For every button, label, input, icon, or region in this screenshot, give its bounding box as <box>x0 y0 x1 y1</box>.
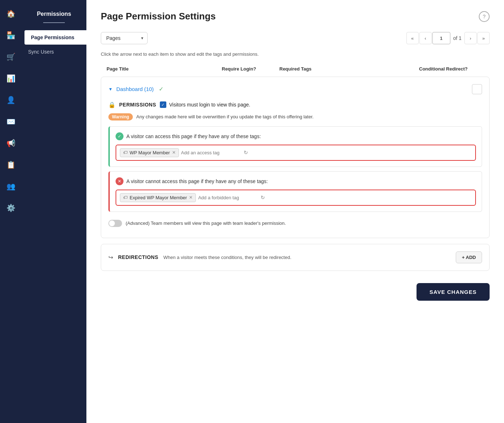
tag-label: WP Mayor Member <box>130 150 170 155</box>
login-checkbox-wrapper: ✓ Visitors must login to view this page. <box>160 101 250 108</box>
icon-bar: 🏠 🏪 🛒 📊 👤 ✉️ 📢 📋 👥 ⚙️ <box>0 0 22 423</box>
access-deny-text: A visitor cannot access this page if the… <box>126 178 268 184</box>
warning-badge: Warning <box>108 113 133 120</box>
login-checkbox[interactable]: ✓ <box>160 101 166 108</box>
dashboard-row: ▼ Dashboard (10) ✓ <box>108 84 482 94</box>
store-icon[interactable]: 🏪 <box>4 29 17 42</box>
tag-icon-expired: 🏷 <box>123 195 127 200</box>
refresh-icon[interactable]: ↻ <box>244 150 248 155</box>
permission-card: ▼ Dashboard (10) ✓ 🔒 PERMISSIONS ✓ Visit… <box>101 77 490 238</box>
sidebar-item-page-permissions[interactable]: Page Permissions <box>24 30 86 45</box>
dropdown-wrapper: Pages Posts Products <box>101 32 148 44</box>
tag-wp-mayor-member: 🏷 WP Mayor Member ✕ <box>120 148 179 157</box>
advanced-text: (Advanced) Team members will view this p… <box>126 220 286 226</box>
page-header: Page Permission Settings ? <box>101 11 490 22</box>
advanced-toggle[interactable] <box>108 220 122 227</box>
col-conditional-redirect: Conditional Redirect? <box>419 66 484 72</box>
col-page-title: Page Title <box>107 66 222 72</box>
access-block-deny: ✕ A visitor cannot access this page if t… <box>108 171 482 212</box>
redirections-section: ↪ REDIRECTIONS When a visitor meets thes… <box>101 244 490 271</box>
home-icon[interactable]: 🏠 <box>4 7 17 20</box>
megaphone-icon[interactable]: 📢 <box>4 137 17 150</box>
save-btn-row: SAVE CHANGES <box>101 279 490 301</box>
tag-label-expired: Expired WP Mayor Member <box>130 195 187 200</box>
add-redirect-button[interactable]: + ADD <box>456 251 482 263</box>
deny-circle-icon: ✕ <box>116 177 123 185</box>
pagination-first[interactable]: « <box>406 32 419 44</box>
save-changes-button[interactable]: SAVE CHANGES <box>417 283 490 301</box>
tag-remove-button[interactable]: ✕ <box>172 150 176 155</box>
help-icon[interactable]: ? <box>479 11 490 22</box>
col-required-tags: Required Tags <box>279 66 419 72</box>
allow-circle-icon: ✓ <box>116 132 123 140</box>
toolbar-row: Pages Posts Products « ‹ of 1 › » <box>101 32 490 44</box>
redirect-icon: ↪ <box>108 254 113 261</box>
group-icon[interactable]: 👥 <box>4 180 17 193</box>
cart-icon[interactable]: 🛒 <box>4 50 17 63</box>
warning-row: Warning Any changes made here will be ov… <box>108 113 482 120</box>
pages-dropdown[interactable]: Pages Posts Products <box>101 32 148 44</box>
forbidden-tag-input[interactable] <box>198 195 258 200</box>
access-block-allow-header: ✓ A visitor can access this page if they… <box>116 132 476 140</box>
redirections-label: REDIRECTIONS <box>118 254 158 260</box>
pagination-current[interactable] <box>432 32 450 44</box>
user-icon[interactable]: 👤 <box>4 94 17 106</box>
chart-icon[interactable]: 📊 <box>4 72 17 85</box>
dashboard-check-icon: ✓ <box>159 86 163 92</box>
table-header: Page Title Require Login? Required Tags … <box>101 64 490 74</box>
main-content: Page Permission Settings ? Pages Posts P… <box>86 0 504 423</box>
col-require-login: Require Login? <box>222 66 279 72</box>
dashboard-redirect-box <box>472 84 482 94</box>
access-allow-text: A visitor can access this page if they h… <box>126 133 261 139</box>
permissions-section: 🔒 PERMISSIONS ✓ Visitors must login to v… <box>108 101 482 231</box>
permissions-header: 🔒 PERMISSIONS ✓ Visitors must login to v… <box>108 101 482 108</box>
tag-expired-wp-mayor-member: 🏷 Expired WP Mayor Member ✕ <box>120 193 196 202</box>
access-block-deny-header: ✕ A visitor cannot access this page if t… <box>116 177 476 185</box>
tag-icon: 🏷 <box>123 150 127 155</box>
mail-icon[interactable]: ✉️ <box>4 115 17 128</box>
tag-remove-expired-button[interactable]: ✕ <box>189 195 193 200</box>
refresh-forbidden-icon[interactable]: ↻ <box>261 195 265 200</box>
warning-text: Any changes made here will be overwritte… <box>136 114 314 119</box>
sidebar-title: Permissions <box>22 7 86 22</box>
permissions-label: PERMISSIONS <box>119 102 156 108</box>
lock-icon: 🔒 <box>108 101 116 108</box>
advanced-row: (Advanced) Team members will view this p… <box>108 216 482 231</box>
access-block-allow: ✓ A visitor can access this page if they… <box>108 126 482 167</box>
sidebar-divider <box>43 22 65 23</box>
redirections-header: ↪ REDIRECTIONS When a visitor meets thes… <box>108 251 482 263</box>
pagination: « ‹ of 1 › » <box>406 32 490 44</box>
page-title: Page Permission Settings <box>101 11 216 22</box>
pagination-of: of 1 <box>451 35 464 41</box>
gear-icon[interactable]: ⚙️ <box>4 201 17 214</box>
copy-icon[interactable]: 📋 <box>4 158 17 171</box>
access-tag-input[interactable] <box>181 150 242 155</box>
access-tag-input-area[interactable]: 🏷 WP Mayor Member ✕ ↻ <box>116 145 476 161</box>
dashboard-link[interactable]: Dashboard (10) <box>116 86 154 92</box>
dashboard-arrow[interactable]: ▼ <box>108 87 113 92</box>
pagination-next[interactable]: › <box>464 32 477 44</box>
pagination-last[interactable]: » <box>477 32 490 44</box>
sidebar-item-sync-users[interactable]: Sync Users <box>22 45 86 59</box>
instructions-text: Click the arrow next to each item to sho… <box>101 51 490 57</box>
pagination-prev[interactable]: ‹ <box>419 32 432 44</box>
login-checkbox-label: Visitors must login to view this page. <box>169 102 250 108</box>
forbidden-tag-input-area[interactable]: 🏷 Expired WP Mayor Member ✕ ↻ <box>116 190 476 206</box>
sidebar: Permissions Page Permissions Sync Users <box>22 0 86 423</box>
redirections-desc: When a visitor meets these conditions, t… <box>163 255 451 260</box>
